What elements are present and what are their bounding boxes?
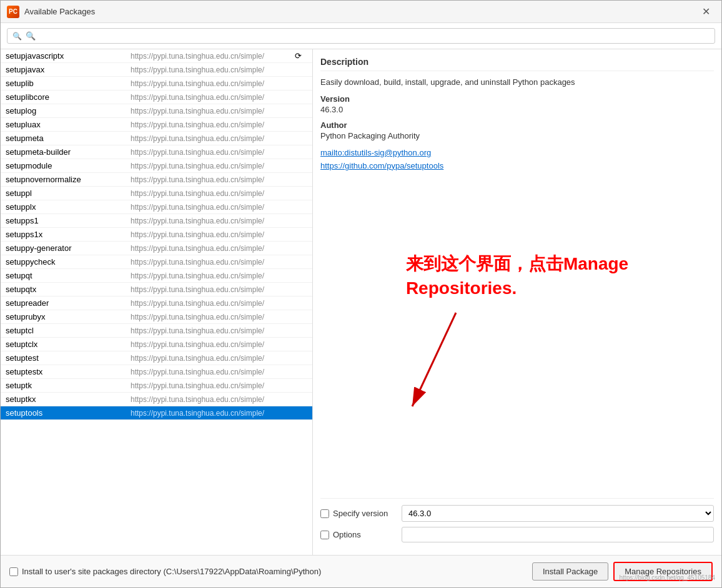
left-panel: setupjavascriptxhttps://pypi.tuna.tsingh… xyxy=(1,49,313,555)
package-row[interactable]: setupjavaxhttps://pypi.tuna.tsinghua.edu… xyxy=(1,63,312,77)
options-label: Options xyxy=(320,530,402,539)
package-url: https://pypi.tuna.tsinghua.edu.cn/simple… xyxy=(131,354,307,363)
package-url: https://pypi.tuna.tsinghua.edu.cn/simple… xyxy=(131,326,307,335)
package-url: https://pypi.tuna.tsinghua.edu.cn/simple… xyxy=(131,395,307,404)
package-name: setuppycheck xyxy=(6,257,131,267)
package-row[interactable]: setupnovernormalizehttps://pypi.tuna.tsi… xyxy=(1,173,312,187)
package-row[interactable]: setupjavascriptxhttps://pypi.tuna.tsingh… xyxy=(1,49,312,63)
annotation-text: 来到这个界面，点击ManageRepositories. xyxy=(406,252,628,300)
package-url: https://pypi.tuna.tsinghua.edu.cn/simple… xyxy=(131,52,289,61)
package-row[interactable]: setuptoolshttps://pypi.tuna.tsinghua.edu… xyxy=(1,406,312,420)
package-name: setuplibcore xyxy=(6,92,131,102)
refresh-icon[interactable]: ⟳ xyxy=(289,51,307,61)
install-to-user-checkbox[interactable] xyxy=(9,567,18,576)
package-row[interactable]: setupps1xhttps://pypi.tuna.tsinghua.edu.… xyxy=(1,228,312,242)
package-row[interactable]: setupqthttps://pypi.tuna.tsinghua.edu.cn… xyxy=(1,269,312,283)
bottom-bar: Install to user's site packages director… xyxy=(1,555,721,587)
svg-line-1 xyxy=(412,313,456,406)
package-url: https://pypi.tuna.tsinghua.edu.cn/simple… xyxy=(131,299,307,308)
package-row[interactable]: setupplxhttps://pypi.tuna.tsinghua.edu.c… xyxy=(1,200,312,214)
package-row[interactable]: setuplibhttps://pypi.tuna.tsinghua.edu.c… xyxy=(1,77,312,91)
package-url: https://pypi.tuna.tsinghua.edu.cn/simple… xyxy=(131,175,307,184)
package-name: setupqtx xyxy=(6,285,131,294)
package-row[interactable]: setupreaderhttps://pypi.tuna.tsinghua.ed… xyxy=(1,296,312,310)
package-name: setuprubyx xyxy=(6,312,131,321)
package-name: setuplib xyxy=(6,79,131,88)
specify-version-checkbox[interactable] xyxy=(320,509,329,518)
package-url: https://pypi.tuna.tsinghua.edu.cn/simple… xyxy=(131,189,307,198)
package-url: https://pypi.tuna.tsinghua.edu.cn/simple… xyxy=(131,217,307,225)
close-button[interactable]: ✕ xyxy=(696,2,715,21)
package-url: https://pypi.tuna.tsinghua.edu.cn/simple… xyxy=(131,409,307,418)
package-url: https://pypi.tuna.tsinghua.edu.cn/simple… xyxy=(131,120,307,129)
spec-version-section: Specify version 46.3.0 Options xyxy=(320,498,714,547)
options-row: Options xyxy=(320,527,714,542)
package-name: setuptcl xyxy=(6,326,131,335)
github-link[interactable]: https://github.com/pypa/setuptools xyxy=(320,160,714,173)
author-label: Author xyxy=(320,120,714,130)
package-row[interactable]: setuprubyxhttps://pypi.tuna.tsinghua.edu… xyxy=(1,310,312,324)
package-url: https://pypi.tuna.tsinghua.edu.cn/simple… xyxy=(131,203,307,212)
package-url: https://pypi.tuna.tsinghua.edu.cn/simple… xyxy=(131,66,307,74)
package-row[interactable]: setuptkxhttps://pypi.tuna.tsinghua.edu.c… xyxy=(1,393,312,406)
package-url: https://pypi.tuna.tsinghua.edu.cn/simple… xyxy=(131,93,307,102)
install-package-button[interactable]: Install Package xyxy=(532,562,608,581)
author-value: Python Packaging Authority xyxy=(320,131,714,140)
window-title: Available Packages xyxy=(24,7,696,16)
app-icon: PC xyxy=(7,6,19,18)
package-row[interactable]: setuplibcorehttps://pypi.tuna.tsinghua.e… xyxy=(1,91,312,104)
package-list: setupjavascriptxhttps://pypi.tuna.tsingh… xyxy=(1,49,312,555)
package-name: setuptkx xyxy=(6,394,131,404)
annotation-area: 来到这个界面，点击ManageRepositories. xyxy=(320,173,714,498)
package-url: https://pypi.tuna.tsinghua.edu.cn/simple… xyxy=(131,368,307,376)
package-name: setuplog xyxy=(6,106,131,115)
package-row[interactable]: setupmeta-builderhttps://pypi.tuna.tsing… xyxy=(1,145,312,159)
search-input[interactable] xyxy=(26,31,710,41)
package-row[interactable]: setuploghttps://pypi.tuna.tsinghua.edu.c… xyxy=(1,104,312,118)
package-url: https://pypi.tuna.tsinghua.edu.cn/simple… xyxy=(131,79,307,88)
version-label: Version xyxy=(320,94,714,104)
package-row[interactable]: setuppycheckhttps://pypi.tuna.tsinghua.e… xyxy=(1,255,312,269)
package-row[interactable]: setuptclhttps://pypi.tuna.tsinghua.edu.c… xyxy=(1,324,312,338)
package-row[interactable]: setupmodulehttps://pypi.tuna.tsinghua.ed… xyxy=(1,159,312,173)
package-row[interactable]: setuptclxhttps://pypi.tuna.tsinghua.edu.… xyxy=(1,338,312,351)
package-row[interactable]: setuptesthttps://pypi.tuna.tsinghua.edu.… xyxy=(1,351,312,365)
package-url: https://pypi.tuna.tsinghua.edu.cn/simple… xyxy=(131,230,307,239)
package-url: https://pypi.tuna.tsinghua.edu.cn/simple… xyxy=(131,244,307,253)
package-url: https://pypi.tuna.tsinghua.edu.cn/simple… xyxy=(131,313,307,321)
package-row[interactable]: setupmetahttps://pypi.tuna.tsinghua.edu.… xyxy=(1,132,312,145)
specify-version-label: Specify version xyxy=(320,509,402,518)
description-header: Description xyxy=(320,57,714,71)
package-row[interactable]: setuptkhttps://pypi.tuna.tsinghua.edu.cn… xyxy=(1,379,312,393)
package-url: https://pypi.tuna.tsinghua.edu.cn/simple… xyxy=(131,381,307,390)
package-row[interactable]: setupqtxhttps://pypi.tuna.tsinghua.edu.c… xyxy=(1,283,312,296)
package-name: setuptclx xyxy=(6,340,131,349)
package-row[interactable]: setupps1https://pypi.tuna.tsinghua.edu.c… xyxy=(1,214,312,228)
package-name: setupplx xyxy=(6,202,131,212)
annotation-arrow xyxy=(406,306,568,419)
search-icon: 🔍 xyxy=(12,32,22,41)
package-name: setuptk xyxy=(6,381,131,390)
options-checkbox[interactable] xyxy=(320,531,329,539)
search-wrapper: 🔍 xyxy=(7,28,715,44)
package-name: setupqt xyxy=(6,271,131,280)
package-name: setupluax xyxy=(6,120,131,129)
package-url: https://pypi.tuna.tsinghua.edu.cn/simple… xyxy=(131,134,307,143)
package-name: setupps1x xyxy=(6,230,131,239)
package-row[interactable]: setuptestxhttps://pypi.tuna.tsinghua.edu… xyxy=(1,365,312,379)
package-url: https://pypi.tuna.tsinghua.edu.cn/simple… xyxy=(131,340,307,349)
package-row[interactable]: setupplhttps://pypi.tuna.tsinghua.edu.cn… xyxy=(1,187,312,200)
options-input[interactable] xyxy=(402,527,714,542)
email-link[interactable]: mailto:distutils-sig@python.org xyxy=(320,147,714,160)
right-panel: Description Easily download, build, inst… xyxy=(313,49,721,555)
version-value: 46.3.0 xyxy=(320,105,714,114)
watermark: https://blog.csdn.net/qq_45105184 xyxy=(620,574,715,581)
version-select[interactable]: 46.3.0 xyxy=(402,505,714,522)
package-name: setuppy-generator xyxy=(6,243,131,253)
package-url: https://pypi.tuna.tsinghua.edu.cn/simple… xyxy=(131,272,307,280)
package-name: setupreader xyxy=(6,298,131,308)
package-name: setupps1 xyxy=(6,216,131,225)
package-row[interactable]: setupluaxhttps://pypi.tuna.tsinghua.edu.… xyxy=(1,118,312,132)
package-name: setupjavascriptx xyxy=(6,51,131,61)
package-row[interactable]: setuppy-generatorhttps://pypi.tuna.tsing… xyxy=(1,242,312,255)
